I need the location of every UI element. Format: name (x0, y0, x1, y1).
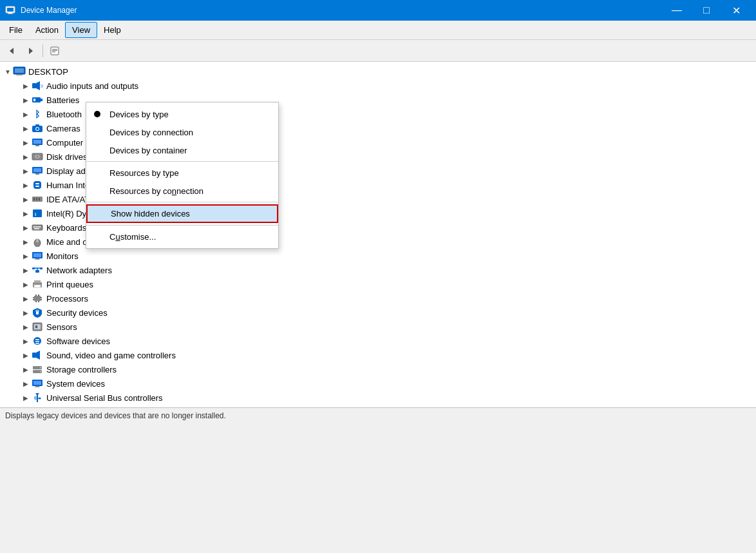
expand-network[interactable]: ▶ (21, 265, 31, 275)
expand-storage[interactable]: ▶ (21, 364, 31, 374)
software-icon (31, 336, 44, 346)
expand-cameras[interactable]: ▶ (21, 123, 31, 133)
svg-rect-8 (52, 50, 57, 51)
svg-rect-11 (15, 68, 24, 73)
expand-sound[interactable]: ▶ (21, 350, 31, 360)
display-icon (31, 166, 44, 176)
menu-action[interactable]: Action (29, 23, 65, 37)
svg-marker-95 (35, 393, 39, 396)
expand-security[interactable]: ▶ (21, 307, 31, 318)
svg-point-98 (39, 398, 41, 400)
forward-button[interactable] (22, 42, 40, 60)
expand-keyboards[interactable]: ▶ (21, 222, 31, 233)
tree-label-batteries: Batteries (46, 95, 79, 105)
svg-text:)): )) (41, 84, 43, 88)
expand-display[interactable]: ▶ (21, 166, 31, 176)
expand-bluetooth[interactable]: ▶ (21, 109, 31, 119)
expand-processors[interactable]: ▶ (21, 293, 31, 304)
sound-icon (31, 350, 44, 360)
tree-item-security[interactable]: ▶ Security devices (0, 306, 756, 320)
tree-root-label: DESKTOP (28, 67, 68, 77)
expand-audio[interactable]: ▶ (21, 81, 31, 91)
dropdown-item-customise[interactable]: Customise... (86, 228, 278, 246)
dropdown-item-show-hidden[interactable]: Show hidden devices (86, 204, 278, 223)
expand-disk[interactable]: ▶ (21, 151, 31, 162)
expand-usb[interactable]: ▶ (21, 393, 31, 403)
minimize-button[interactable]: — (662, 0, 692, 21)
tree-item-print[interactable]: ▶ Print queues (0, 277, 756, 291)
dropdown-item-by-container[interactable]: Devices by container (86, 141, 278, 159)
sensors-icon (31, 322, 44, 332)
svg-rect-7 (52, 49, 57, 50)
dropdown-item-res-connection[interactable]: Resources by connection (86, 182, 278, 200)
svg-rect-64 (34, 280, 41, 283)
svg-rect-70 (38, 301, 39, 302)
expand-intel[interactable]: ▶ (21, 208, 31, 218)
menu-help[interactable]: Help (97, 23, 128, 37)
menu-file[interactable]: File (3, 23, 29, 37)
svg-text:ᛒ: ᛒ (35, 109, 40, 119)
underline-n: n (172, 186, 176, 196)
tree-item-sensors[interactable]: ▶ Sensors (0, 320, 756, 334)
tree-item-monitors[interactable]: ▶ Monitors (0, 249, 756, 263)
app-icon (5, 5, 15, 15)
expand-sensors[interactable]: ▶ (21, 322, 31, 332)
expand-root[interactable]: ▼ (3, 66, 13, 77)
svg-rect-39 (36, 198, 37, 200)
back-button[interactable] (3, 42, 21, 60)
tree-item-network[interactable]: ▶ Network adapters (0, 263, 756, 277)
svg-rect-72 (33, 299, 34, 300)
svg-rect-68 (38, 295, 39, 296)
expand-monitors[interactable]: ▶ (21, 251, 31, 261)
expand-mice[interactable]: ▶ (21, 237, 31, 247)
system-icon (31, 378, 44, 389)
svg-rect-69 (35, 301, 37, 302)
tree-label-print: Print queues (46, 280, 93, 289)
close-button[interactable]: ✕ (721, 0, 751, 21)
storage-icon (31, 364, 44, 374)
tree-label-keyboards: Keyboards (46, 223, 86, 233)
tree-label-usb: Universal Serial Bus controllers (46, 393, 163, 403)
expand-ide[interactable]: ▶ (21, 194, 31, 204)
maximize-button[interactable]: □ (692, 0, 721, 21)
svg-rect-38 (33, 198, 35, 200)
underline-u: u (115, 232, 120, 242)
toolbar (0, 40, 756, 62)
svg-rect-74 (41, 299, 42, 300)
tree-label-cameras: Cameras (46, 124, 80, 133)
tree-item-sound[interactable]: ▶ Sound, video and game controllers (0, 348, 756, 362)
svg-rect-83 (35, 343, 39, 344)
tree-label-security: Security devices (46, 308, 108, 318)
expand-computer[interactable]: ▶ (21, 137, 31, 148)
menu-bar: File Action View Help (0, 21, 756, 40)
menu-view[interactable]: View (65, 22, 97, 38)
expand-software[interactable]: ▶ (21, 336, 31, 346)
svg-rect-34 (33, 181, 41, 189)
dropdown-item-res-type[interactable]: Resources by type (86, 164, 278, 182)
tree-item-processors[interactable]: ▶ Processors (0, 291, 756, 306)
dropdown-item-by-type[interactable]: Devices by type (86, 105, 278, 123)
tree-item-system[interactable]: ▶ System devices (0, 376, 756, 391)
properties-button[interactable] (46, 42, 64, 60)
tree-root[interactable]: ▼ DESKTOP (0, 64, 756, 79)
print-icon (31, 279, 44, 289)
computer-item-icon (31, 137, 44, 148)
window-title: Device Manager (21, 6, 77, 15)
tree-item-audio[interactable]: ▶ )) Audio inputs and outputs (0, 79, 756, 93)
expand-hid[interactable]: ▶ (21, 180, 31, 190)
svg-rect-56 (35, 259, 40, 260)
expand-print[interactable]: ▶ (21, 279, 31, 289)
tree-label-storage: Storage controllers (46, 365, 117, 374)
toolbar-separator (43, 44, 43, 57)
expand-batteries[interactable]: ▶ (21, 95, 31, 105)
tree-item-usb[interactable]: ▶ Universal Serial Bus controllers (0, 391, 756, 405)
window-controls[interactable]: — □ ✕ (662, 0, 751, 21)
expand-system[interactable]: ▶ (21, 378, 31, 389)
svg-rect-14 (32, 83, 36, 88)
tree-label-computer: Computer (46, 138, 83, 148)
dropdown-item-by-connection[interactable]: Devices by connection (86, 123, 278, 141)
tree-label-system: System devices (46, 379, 105, 389)
svg-rect-46 (37, 226, 39, 228)
tree-item-storage[interactable]: ▶ Storage controllers (0, 362, 756, 376)
tree-item-software[interactable]: ▶ Software devices (0, 334, 756, 348)
